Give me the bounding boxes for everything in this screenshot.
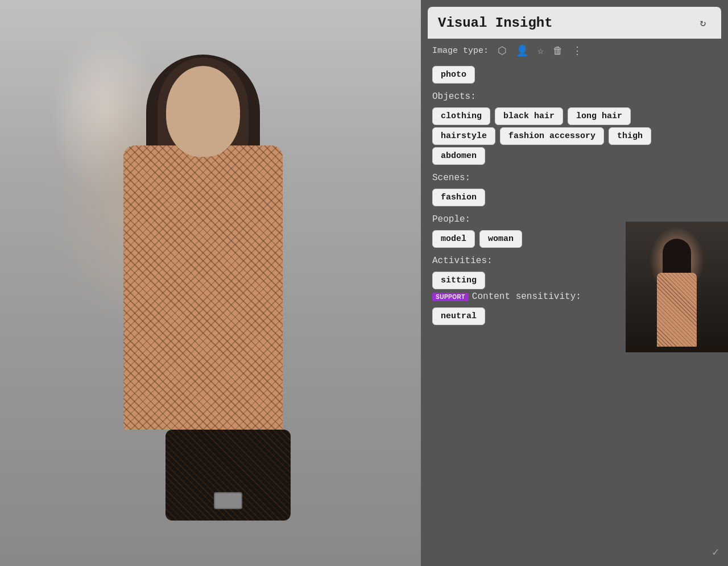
trash-icon[interactable]: 🗑 <box>553 45 563 57</box>
thumb-fendi-pattern <box>657 273 697 347</box>
tag-model[interactable]: model <box>432 230 475 248</box>
image-area <box>0 0 429 566</box>
share-icon[interactable]: ⬡ <box>498 44 507 57</box>
image-type-label: Image type: <box>432 46 489 56</box>
objects-tags-row3: abdomen <box>432 147 717 165</box>
thumb-figure <box>651 239 702 352</box>
body-outfit <box>123 145 283 430</box>
tag-woman[interactable]: woman <box>479 230 522 248</box>
figure-silhouette <box>84 43 322 566</box>
more-icon[interactable]: ⋮ <box>572 44 582 57</box>
tag-fashion[interactable]: fashion <box>432 189 485 206</box>
face-element <box>166 66 240 157</box>
tag-black-hair[interactable]: black hair <box>495 107 563 125</box>
panel-title: Visual Insight <box>438 15 553 31</box>
tag-clothing[interactable]: clothing <box>432 107 490 125</box>
image-type-tags: photo <box>432 66 717 84</box>
panel-header: Visual Insight ↻ <box>428 7 721 39</box>
scenes-label: Scenes: <box>432 173 717 183</box>
tag-photo[interactable]: photo <box>432 66 475 84</box>
objects-tags-row1: clothing black hair long hair <box>432 107 717 125</box>
thumbnail-image <box>626 222 728 352</box>
main-container: Visual Insight ↻ Image type: ⬡ 👤 ☆ 🗑 ⋮ p… <box>0 0 728 566</box>
bag-buckle <box>214 492 242 509</box>
person-icon[interactable]: 👤 <box>516 44 528 57</box>
objects-tags-row2: hairstyle fashion accessory thigh <box>432 127 717 145</box>
tag-sitting[interactable]: sitting <box>432 272 485 289</box>
tag-hairstyle[interactable]: hairstyle <box>432 127 495 145</box>
refresh-icon[interactable]: ↻ <box>695 15 711 31</box>
checkmark: ✓ <box>712 545 719 559</box>
right-panel: Visual Insight ↻ Image type: ⬡ 👤 ☆ 🗑 ⋮ p… <box>421 0 728 566</box>
support-badge: SUPPORT <box>432 293 469 301</box>
tag-long-hair[interactable]: long hair <box>568 107 631 125</box>
tag-fashion-accessory[interactable]: fashion accessory <box>500 127 604 145</box>
star-icon[interactable]: ☆ <box>537 44 544 57</box>
thumb-body <box>657 273 697 347</box>
toolbar: Image type: ⬡ 👤 ☆ 🗑 ⋮ <box>421 39 728 63</box>
tag-neutral[interactable]: neutral <box>432 307 485 325</box>
thumbnail-container <box>626 222 728 352</box>
fendi-pattern <box>123 145 283 430</box>
panel-content: photo Objects: clothing black hair long … <box>421 63 728 566</box>
main-image <box>0 0 429 566</box>
bag-element <box>166 430 291 521</box>
content-sensitivity-label: Content sensitivity: <box>472 292 581 302</box>
scenes-tags: fashion <box>432 189 717 206</box>
objects-label: Objects: <box>432 91 717 102</box>
tag-thigh[interactable]: thigh <box>609 127 651 145</box>
tag-abdomen[interactable]: abdomen <box>432 147 485 165</box>
